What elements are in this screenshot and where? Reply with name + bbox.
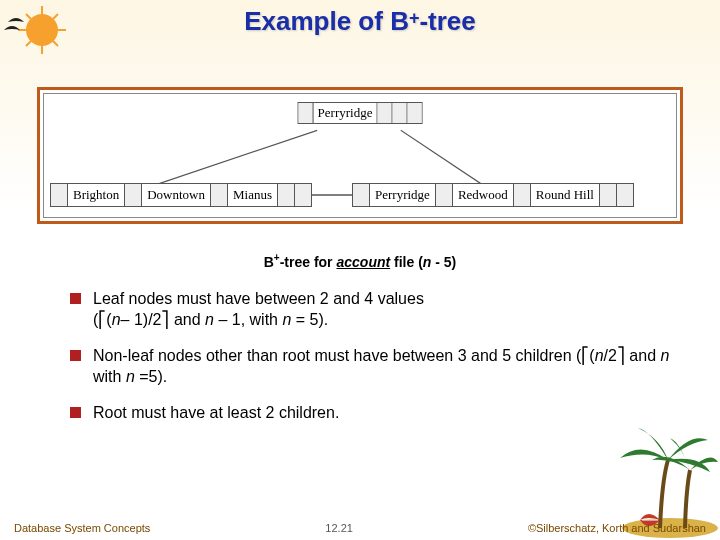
svg-line-7 [26,41,31,46]
svg-line-6 [53,14,58,19]
diagram-caption: B+-tree for account file (n - 5) [0,252,720,270]
bullet-square-icon [70,293,81,304]
root-key: Perryridge [314,103,378,123]
svg-line-9 [156,130,317,184]
btree-diagram: Perryridge Brighton Downtown Mianus Perr… [37,87,683,224]
svg-line-8 [53,41,58,46]
bullet-item: Root must have at least 2 children. [70,402,670,424]
bullet-item: Leaf nodes must have between 2 and 4 val… [70,288,670,331]
footer: Database System Concepts 12.21 ©Silbersc… [0,522,720,534]
bullet-square-icon [70,350,81,361]
bullet-square-icon [70,407,81,418]
leaf-node-left: Brighton Downtown Mianus [50,183,312,207]
footer-page: 12.21 [325,522,353,534]
svg-line-5 [26,14,31,19]
svg-line-10 [401,130,483,184]
root-node: Perryridge [298,102,423,124]
leaf-node-right: Perryridge Redwood Round Hill [352,183,634,207]
slide-title: Example of B+-tree [0,0,720,37]
bullet-list: Leaf nodes must have between 2 and 4 val… [70,288,670,424]
bullet-item: Non-leaf nodes other than root must have… [70,345,670,388]
footer-left: Database System Concepts [14,522,150,534]
footer-right: ©Silberschatz, Korth and Sudarshan [528,522,706,534]
sun-bird-decoration [2,2,82,72]
